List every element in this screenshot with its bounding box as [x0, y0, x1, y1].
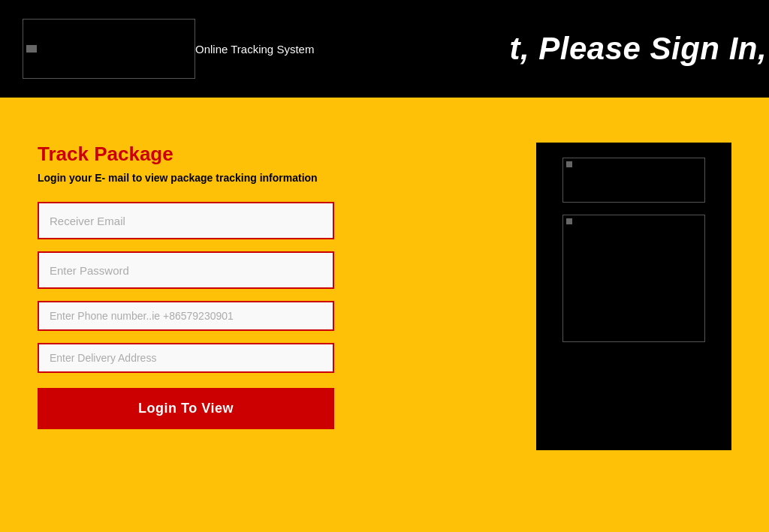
bottom-image-placeholder — [566, 218, 572, 224]
image-section — [536, 143, 731, 450]
top-image-placeholder — [566, 161, 572, 167]
login-button[interactable]: Login To View — [38, 388, 334, 429]
logo-image — [26, 45, 37, 53]
form-section: Track Package Login your E- mail to view… — [38, 143, 375, 450]
page-header: Online Tracking System t, Please Sign In… — [0, 0, 769, 98]
password-input[interactable] — [38, 251, 334, 289]
address-input[interactable] — [38, 343, 334, 373]
form-subtitle: Login your E- mail to view package track… — [38, 172, 375, 184]
header-tagline: t, Please Sign In, To Receive Parcel Cat… — [314, 31, 769, 67]
header-logo — [23, 19, 195, 79]
main-content: Track Package Login your E- mail to view… — [0, 98, 769, 480]
email-input[interactable] — [38, 202, 334, 239]
form-title: Track Package — [38, 143, 375, 166]
bottom-image-box — [562, 215, 705, 342]
top-image-box — [562, 158, 705, 203]
phone-input[interactable] — [38, 301, 334, 331]
tracking-system-label: Online Tracking System — [195, 43, 314, 56]
